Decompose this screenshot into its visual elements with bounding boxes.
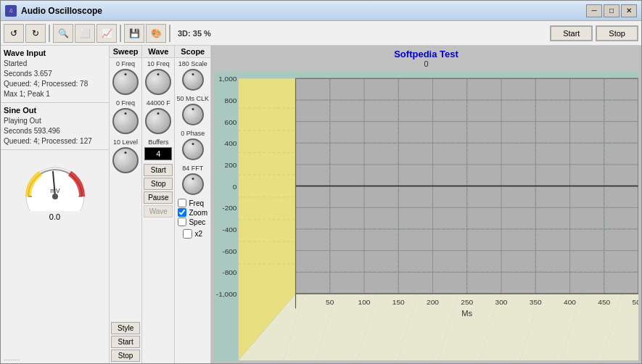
wave-buttons: Start Stop Pause Wave [142, 162, 174, 219]
x2-checkbox[interactable] [183, 229, 192, 239]
svg-text:450: 450 [598, 299, 610, 306]
sweep-knob3[interactable] [112, 147, 139, 173]
sweep-knob1[interactable] [112, 69, 139, 95]
spec-checkbox[interactable] [178, 218, 186, 226]
sweep-stop-button[interactable]: Stop [111, 349, 140, 362]
wave-stop-button[interactable]: Stop [144, 178, 173, 190]
scope-knob1[interactable] [182, 69, 204, 91]
freq-label: Freq [189, 199, 204, 207]
scope-knob3-section: 0 Phase [175, 128, 210, 162]
minimize-button[interactable]: ─ [586, 4, 602, 17]
main-window: ♫ Audio Oscilloscope ─ □ ✕ ↺ ↻ 🔍 ⬜ 📈 💾 🎨… [0, 0, 642, 364]
x2-row: x2 [180, 228, 205, 240]
sweep-knob3-label: 10 Level [113, 138, 138, 146]
svg-text:-800: -800 [222, 269, 236, 276]
page-button[interactable]: ⬜ [75, 24, 95, 43]
gauge-svg: mV [15, 153, 95, 211]
svg-text:1,000: 1,000 [218, 75, 236, 83]
zoom-checkbox[interactable] [178, 208, 186, 217]
color-button[interactable]: 🎨 [146, 24, 166, 43]
wave-input-line2: Seconds 3.657 [4, 69, 106, 79]
svg-text:50: 50 [326, 299, 334, 306]
svg-text:-200: -200 [222, 204, 236, 212]
sine-out-line1: Playing Out [4, 116, 106, 126]
svg-text:200: 200 [427, 299, 439, 306]
undo-button[interactable]: ↺ [4, 24, 24, 43]
sweep-column: Sweep 0 Freq 0 Freq 10 Level Style Start [110, 46, 142, 363]
x2-label: x2 [194, 230, 202, 238]
app-icon: ♫ [5, 5, 17, 17]
scope-display-area: Softpedia Test 0 [211, 46, 641, 363]
scope-header: Scope [175, 46, 210, 58]
zoom-button[interactable]: 🔍 [53, 24, 73, 43]
sine-out-line2: Seconds 593.496 [4, 126, 106, 136]
svg-text:500: 500 [633, 299, 638, 306]
toolbar: ↺ ↻ 🔍 ⬜ 📈 💾 🎨 3D: 35 % Start Stop [1, 21, 641, 46]
3d-label: 3D: 35 % [173, 28, 215, 39]
chart-button[interactable]: 📈 [96, 24, 117, 43]
wave-header: Wave [142, 46, 174, 58]
gauge-value: 0.0 [49, 212, 60, 221]
wave-knob1[interactable] [145, 69, 171, 95]
style-button[interactable]: Style [111, 322, 140, 334]
svg-point-2 [52, 194, 58, 199]
scope-graph-container: 1,000 800 600 400 200 0 -200 -400 -600 -… [214, 71, 638, 360]
close-button[interactable]: ✕ [621, 4, 637, 17]
scope-knob2-section: 50 Ms CLK [175, 93, 210, 128]
main-stop-button[interactable]: Stop [596, 25, 638, 41]
svg-text:600: 600 [225, 118, 237, 125]
wave-knob2[interactable] [145, 108, 171, 134]
scope-title-bar: Softpedia Test 0 [211, 46, 641, 68]
spec-checkbox-row: Spec [178, 218, 207, 226]
zoom-label: Zoom [189, 209, 207, 217]
svg-text:150: 150 [392, 299, 405, 306]
scope-knob3-label: 0 Phase [181, 130, 205, 137]
sweep-knob2-label: 0 Freq [116, 99, 135, 107]
sweep-knob1-label: 0 Freq [116, 60, 135, 67]
svg-text:mV: mV [50, 187, 60, 194]
spec-label: Spec [189, 218, 205, 226]
sine-out-title: Sine Out [4, 106, 106, 115]
gauge-container: mV [15, 153, 95, 211]
scope-knob1-label: 180 Scale [178, 60, 207, 67]
redo-button[interactable]: ↻ [25, 24, 46, 43]
scope-fft-knob[interactable] [182, 173, 204, 195]
scope-knob1-section: 180 Scale [175, 58, 210, 93]
checkboxes-section: Freq Zoom Spec [175, 197, 210, 228]
maximize-button[interactable]: □ [604, 4, 620, 17]
sweep-knob3-section: 10 Level [110, 136, 141, 175]
scope-knob2[interactable] [182, 104, 204, 125]
wave-buffers-label: Buffers [148, 138, 168, 146]
sweep-knob2-section: 0 Freq [110, 97, 141, 136]
scope-knob3[interactable] [182, 138, 204, 160]
wave-knob2-label: 44000 F [147, 99, 170, 107]
scope-display-subtitle: 0 [211, 59, 641, 68]
wave-wave-button[interactable]: Wave [144, 205, 173, 218]
freq-checkbox[interactable] [178, 199, 186, 207]
separator-1 [49, 25, 50, 42]
svg-text:-400: -400 [222, 226, 236, 233]
sweep-header: Sweep [110, 46, 141, 58]
svg-text:100: 100 [358, 299, 371, 306]
wave-start-button[interactable]: Start [144, 164, 173, 176]
wave-buffers-section: Buffers 4 [142, 136, 174, 162]
main-start-button[interactable]: Start [550, 25, 593, 41]
scope-knob2-label: 50 Ms CLK [176, 95, 209, 102]
save-button[interactable]: 💾 [124, 24, 144, 43]
controls-panel: Sweep 0 Freq 0 Freq 10 Level Style Start [110, 46, 211, 363]
svg-text:-600: -600 [222, 247, 236, 255]
window-title: Audio Oscilloscope [21, 6, 586, 16]
wave-input-line1: Started [4, 59, 106, 69]
wave-knob1-label: 10 Freq [147, 60, 170, 67]
sine-out-section: Sine Out Playing Out Seconds 593.496 Que… [1, 103, 109, 150]
scope-fft-label: 84 FFT [182, 165, 203, 172]
sweep-knob2[interactable] [112, 108, 139, 134]
wave-column: Wave 10 Freq 44000 F Buffers 4 Start Sto… [142, 46, 175, 363]
sweep-start-button[interactable]: Start [111, 336, 140, 348]
wave-input-section: Wave Input Started Seconds 3.657 Queued:… [1, 46, 109, 103]
wave-pause-button[interactable]: Pause [144, 191, 173, 204]
scope-graph-svg: 1,000 800 600 400 200 0 -200 -400 -600 -… [214, 71, 638, 360]
separator-3 [169, 25, 170, 42]
buffers-input[interactable]: 4 [144, 147, 172, 160]
sine-out-line3: Queued: 4; Processed: 127 [4, 136, 106, 146]
